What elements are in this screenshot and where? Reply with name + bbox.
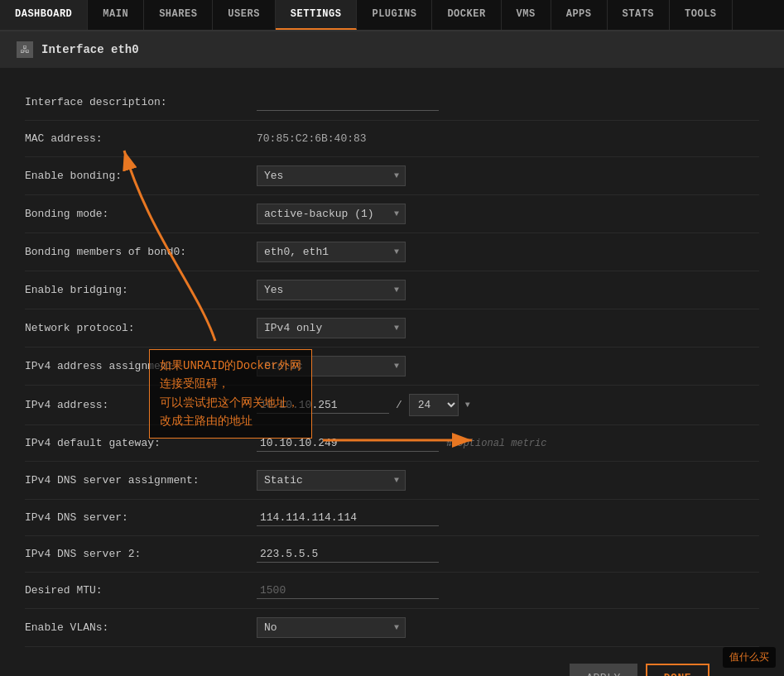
ctrl-dns-assignment: Static DHCP ▼ bbox=[257, 470, 759, 491]
value-mac-address: 70:85:C2:6B:40:83 bbox=[257, 132, 367, 145]
select-dns-assignment[interactable]: Static DHCP bbox=[257, 470, 406, 491]
ctrl-bonding-members: eth0, eth1 eth0 eth1 ▼ bbox=[257, 242, 759, 262]
label-network-protocol: Network protocol: bbox=[25, 322, 257, 334]
page-header: 🖧 Interface eth0 bbox=[0, 31, 784, 68]
label-desired-mtu: Desired MTU: bbox=[25, 584, 257, 597]
select-wrap-network-protocol: IPv4 only IPv4 and IPv6 IPv6 only ▼ bbox=[257, 318, 406, 338]
ctrl-interface-description bbox=[257, 94, 759, 111]
top-navigation: DASHBOARD MAIN SHARES USERS SETTINGS PLU… bbox=[0, 0, 784, 31]
label-enable-bonding: Enable bonding: bbox=[25, 170, 257, 182]
input-dns-server[interactable] bbox=[257, 510, 439, 526]
watermark: 值什么买 bbox=[723, 647, 776, 668]
ctrl-ipv4-address: / 24 8 16 24 25 26 27 28 32 ▼ bbox=[257, 394, 759, 416]
apply-button[interactable]: APPLY bbox=[570, 664, 637, 676]
label-ipv4-address: IPv4 address: bbox=[25, 399, 257, 411]
cidr-slash: / bbox=[396, 399, 402, 411]
row-dns-server: IPv4 DNS server: bbox=[25, 500, 759, 536]
ctrl-desired-mtu bbox=[257, 583, 759, 599]
row-interface-description: Interface description: bbox=[25, 84, 759, 121]
row-mac-address: MAC address: 70:85:C2:6B:40:83 bbox=[25, 121, 759, 157]
ctrl-dns-server bbox=[257, 510, 759, 526]
row-dns-server-2: IPv4 DNS server 2: bbox=[25, 536, 759, 573]
nav-dashboard[interactable]: DASHBOARD bbox=[0, 0, 88, 30]
ctrl-mac-address: 70:85:C2:6B:40:83 bbox=[257, 132, 759, 145]
input-dns-server-2[interactable] bbox=[257, 546, 439, 563]
select-enable-bridging[interactable]: Yes No bbox=[257, 280, 406, 300]
row-ipv4-assignment: IPv4 address assignment: Static DHCP Non… bbox=[25, 348, 759, 386]
page-title: Interface eth0 bbox=[41, 43, 139, 56]
row-desired-mtu: Desired MTU: bbox=[25, 573, 759, 609]
done-button[interactable]: DONE bbox=[646, 664, 709, 676]
input-ipv4-address[interactable] bbox=[257, 397, 389, 414]
nav-main[interactable]: MAIN bbox=[88, 0, 144, 30]
ctrl-bonding-mode: active-backup (1) round-robin (0) balanc… bbox=[257, 204, 759, 224]
select-ipv4-assignment[interactable]: Static DHCP None bbox=[257, 356, 406, 376]
row-bonding-mode: Bonding mode: active-backup (1) round-ro… bbox=[25, 195, 759, 233]
label-mac-address: MAC address: bbox=[25, 132, 257, 145]
label-interface-description: Interface description: bbox=[25, 96, 257, 108]
ctrl-ipv4-gateway: ⇅ optional metric bbox=[257, 435, 759, 452]
row-ipv4-address: IPv4 address: / 24 8 16 24 25 26 27 28 3… bbox=[25, 386, 759, 425]
ctrl-network-protocol: IPv4 only IPv4 and IPv6 IPv6 only ▼ bbox=[257, 318, 759, 338]
row-network-protocol: Network protocol: IPv4 only IPv4 and IPv… bbox=[25, 309, 759, 348]
select-wrap-bonding-mode: active-backup (1) round-robin (0) balanc… bbox=[257, 204, 406, 224]
ctrl-enable-vlans: No Yes ▼ bbox=[257, 617, 759, 638]
interface-icon: 🖧 bbox=[17, 41, 33, 58]
button-row: APPLY DONE bbox=[25, 647, 709, 676]
select-bonding-mode[interactable]: active-backup (1) round-robin (0) balanc… bbox=[257, 204, 406, 224]
optional-metric-label: ⇅ optional metric bbox=[445, 437, 546, 449]
cidr-arrow: ▼ bbox=[465, 400, 470, 410]
nav-apps[interactable]: APPS bbox=[551, 0, 608, 30]
label-dns-server-2: IPv4 DNS server 2: bbox=[25, 548, 257, 560]
row-enable-bonding: Enable bonding: Yes No ▼ bbox=[25, 157, 759, 195]
select-network-protocol[interactable]: IPv4 only IPv4 and IPv6 IPv6 only bbox=[257, 318, 406, 338]
nav-vms[interactable]: VMS bbox=[502, 0, 551, 30]
nav-shares[interactable]: SHARES bbox=[144, 0, 213, 30]
row-enable-vlans: Enable VLANs: No Yes ▼ bbox=[25, 609, 759, 647]
nav-stats[interactable]: STATS bbox=[608, 0, 671, 30]
ctrl-enable-bonding: Yes No ▼ bbox=[257, 165, 759, 186]
label-bonding-mode: Bonding mode: bbox=[25, 208, 257, 220]
ctrl-enable-bridging: Yes No ▼ bbox=[257, 280, 759, 300]
select-wrap-vlans: No Yes ▼ bbox=[257, 617, 406, 638]
nav-settings[interactable]: SETTINGS bbox=[276, 0, 358, 30]
input-ipv4-gateway[interactable] bbox=[257, 435, 439, 452]
row-bonding-members: Bonding members of bond0: eth0, eth1 eth… bbox=[25, 233, 759, 271]
input-desired-mtu[interactable] bbox=[257, 583, 439, 599]
nav-docker[interactable]: DOCKER bbox=[432, 0, 501, 30]
label-ipv4-gateway: IPv4 default gateway: bbox=[25, 437, 257, 449]
ip-cidr-wrap: / 24 8 16 24 25 26 27 28 32 ▼ bbox=[257, 394, 470, 416]
select-wrap-bonding-members: eth0, eth1 eth0 eth1 ▼ bbox=[257, 242, 406, 262]
nav-tools[interactable]: TOOLS bbox=[670, 0, 733, 30]
ctrl-dns-server-2 bbox=[257, 546, 759, 563]
row-dns-assignment: IPv4 DNS server assignment: Static DHCP … bbox=[25, 462, 759, 500]
select-wrap-bridging: Yes No ▼ bbox=[257, 280, 406, 300]
select-wrap-bonding: Yes No ▼ bbox=[257, 165, 406, 186]
select-wrap-dns-assignment: Static DHCP ▼ bbox=[257, 470, 406, 491]
select-enable-bonding[interactable]: Yes No bbox=[257, 165, 406, 186]
label-dns-assignment: IPv4 DNS server assignment: bbox=[25, 474, 257, 487]
label-ipv4-assignment: IPv4 address assignment: bbox=[25, 360, 257, 372]
label-bonding-members: Bonding members of bond0: bbox=[25, 246, 257, 258]
select-cidr[interactable]: 24 8 16 24 25 26 27 28 32 bbox=[409, 394, 459, 416]
select-enable-vlans[interactable]: No Yes bbox=[257, 617, 406, 638]
row-enable-bridging: Enable bridging: Yes No ▼ bbox=[25, 271, 759, 309]
nav-users[interactable]: USERS bbox=[213, 0, 276, 30]
nav-plugins[interactable]: PLUGINS bbox=[357, 0, 432, 30]
label-dns-server: IPv4 DNS server: bbox=[25, 511, 257, 524]
select-bonding-members[interactable]: eth0, eth1 eth0 eth1 bbox=[257, 242, 406, 262]
label-enable-vlans: Enable VLANs: bbox=[25, 621, 257, 634]
input-interface-description[interactable] bbox=[257, 94, 439, 111]
ctrl-ipv4-assignment: Static DHCP None ▼ bbox=[257, 356, 759, 376]
row-ipv4-gateway: IPv4 default gateway: ⇅ optional metric bbox=[25, 425, 759, 462]
main-content: Interface description: MAC address: 70:8… bbox=[0, 68, 784, 676]
select-wrap-ipv4-assignment: Static DHCP None ▼ bbox=[257, 356, 406, 376]
label-enable-bridging: Enable bridging: bbox=[25, 284, 257, 296]
